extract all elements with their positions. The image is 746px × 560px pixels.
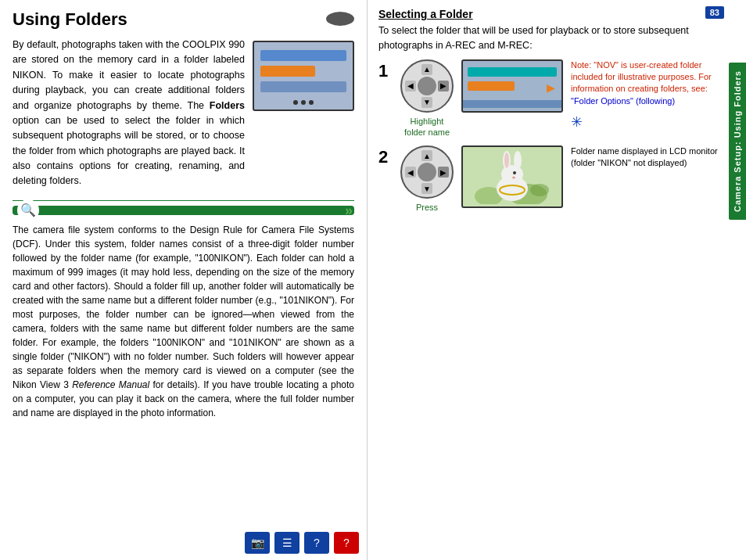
lcd-bar2: [260, 66, 315, 77]
dpad-down: ▼: [421, 97, 432, 108]
step-1-notes: Note: "NOV" is user-created folder inclu…: [571, 59, 719, 131]
right-header: Selecting a Folder To select the folder …: [378, 8, 738, 53]
svg-point-2: [530, 184, 549, 196]
lcd-bar3: [260, 81, 346, 92]
slcd-bottom: [463, 100, 561, 108]
dpad-right: ▶: [438, 81, 449, 92]
step-2: 2 ▲ ▼ ◀ ▶ Press: [378, 145, 738, 213]
dpad2-center: [418, 163, 436, 181]
step-2-note: Folder name displayed in LCD monitor (fo…: [571, 145, 719, 170]
intro-text: By default, photographs taken with the C…: [13, 38, 245, 189]
cursor-icon: ✳: [571, 113, 719, 131]
page-number: 83: [705, 6, 724, 19]
folders-bold: Folders: [210, 100, 245, 111]
dpad-up: ▲: [421, 64, 432, 75]
question-icon-btn[interactable]: ?: [334, 532, 359, 554]
dpad2-right: ▶: [438, 167, 449, 178]
step-2-number: 2: [378, 149, 393, 166]
section-title: Selecting a Folder: [378, 8, 738, 20]
dpad-2: ▲ ▼ ◀ ▶: [400, 145, 454, 199]
rabbit-lcd: [461, 145, 563, 208]
dpad-center: [418, 77, 436, 95]
step-1-lcd: ▶: [461, 59, 563, 113]
section-intro: To select the folder that will be used f…: [378, 23, 738, 53]
left-panel: Using Folders By default, photographs ta…: [0, 0, 368, 560]
dpad-left: ◀: [405, 81, 416, 92]
right-panel: 83 Selecting a Folder To select the fold…: [368, 0, 746, 560]
step-1-number: 1: [378, 63, 393, 80]
divider: [13, 200, 354, 201]
lcd-bar1: [260, 50, 346, 61]
step-1-link[interactable]: "Folder Options" (following): [571, 96, 675, 106]
step-1-note: Note: "NOV" is user-created folder inclu…: [571, 59, 719, 108]
note-icon: 🔍: [17, 199, 39, 221]
page-title: Using Folders: [13, 9, 127, 30]
dcf-text: The camera file system conforms to the D…: [13, 223, 354, 420]
note-box: 🔍 »: [13, 206, 354, 215]
help-icon-btn[interactable]: ?: [304, 532, 329, 554]
svg-point-6: [514, 151, 522, 170]
step-1-caption: Highlightfolder name: [404, 116, 450, 138]
sidebar-tab-text: Camera Setup: Using Folders: [733, 70, 742, 212]
note-chevrons: »: [345, 202, 350, 218]
sidebar-tab: Camera Setup: Using Folders: [729, 63, 746, 220]
step-2-dpad-col: ▲ ▼ ◀ ▶ Press: [400, 145, 454, 213]
italic-text: Reference Manual: [72, 379, 149, 390]
step-1-content: ▲ ▼ ◀ ▶ Highlightfolder name ▶ Note: "NO…: [400, 59, 738, 138]
dpad2-up: ▲: [421, 150, 432, 161]
lcd-scroll: [254, 100, 353, 105]
dpad2-left: ◀: [405, 167, 416, 178]
dpad2-down: ▼: [421, 183, 432, 194]
slcd-bar1: [468, 67, 557, 77]
step-1: 1 ▲ ▼ ◀ ▶ Highlightfolder name ▶: [378, 59, 738, 138]
slcd-bar2: [468, 81, 515, 91]
lcd-preview: [253, 41, 354, 111]
step-2-caption: Press: [416, 202, 438, 213]
step-2-content: ▲ ▼ ◀ ▶ Press: [400, 145, 738, 213]
svg-point-8: [513, 171, 516, 174]
svg-point-7: [504, 153, 509, 168]
dpad-1: ▲ ▼ ◀ ▶: [400, 59, 454, 113]
left-header: Using Folders: [13, 9, 354, 30]
menu-oval: [326, 12, 354, 26]
bottom-icons: 📷 ☰ ? ?: [245, 532, 359, 554]
slcd-arrow: ▶: [547, 81, 555, 94]
menu-icon-btn[interactable]: ☰: [274, 532, 299, 554]
menu-button[interactable]: [326, 9, 354, 26]
svg-point-9: [512, 177, 515, 179]
intro-section: By default, photographs taken with the C…: [13, 38, 354, 189]
step-1-dpad-col: ▲ ▼ ◀ ▶ Highlightfolder name: [400, 59, 454, 138]
rabbit-illustration: [473, 149, 551, 204]
intro-text-start: By default, photographs taken with the C…: [13, 39, 245, 186]
camera-icon-btn[interactable]: 📷: [245, 532, 270, 554]
